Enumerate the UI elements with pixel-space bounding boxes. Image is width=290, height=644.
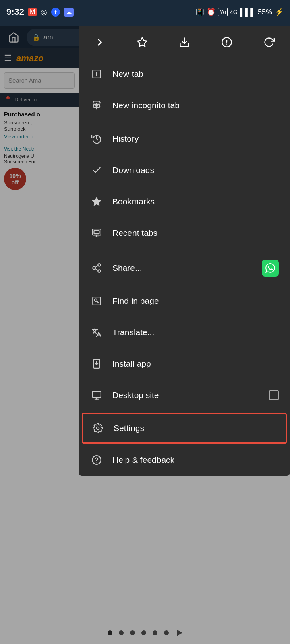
desktop-checkbox-extra: [269, 390, 279, 400]
menu-item-help-feedback[interactable]: Help & feedback: [79, 444, 290, 476]
svg-line-19: [95, 266, 98, 267]
translate-icon: [90, 326, 104, 339]
svg-point-8: [93, 105, 96, 108]
recent-tabs-icon: [90, 226, 104, 240]
download-button[interactable]: [174, 32, 195, 53]
desktop-site-checkbox[interactable]: [269, 390, 279, 400]
battery-display: 55%: [258, 8, 272, 17]
bluetooth-icon: ⬆: [51, 8, 60, 17]
svg-point-21: [95, 299, 97, 302]
menu-item-translate[interactable]: Translate...: [79, 317, 290, 348]
forward-button[interactable]: [89, 32, 110, 53]
help-feedback-label: Help & feedback: [112, 455, 279, 465]
find-in-page-label: Find in page: [112, 296, 279, 306]
menu-item-share[interactable]: Share...: [79, 251, 290, 285]
new-tab-icon: [90, 67, 104, 81]
history-icon: [90, 132, 104, 146]
dropdown-menu: New tab New incognito tab History: [79, 58, 290, 476]
install-icon: [90, 357, 104, 371]
settings-label: Settings: [114, 423, 278, 433]
menu-toolbar: [79, 26, 290, 58]
menu-item-downloads[interactable]: Downloads: [79, 155, 290, 186]
share-icon: [90, 261, 104, 275]
divider-2: [79, 250, 290, 250]
whatsapp-badge[interactable]: [262, 260, 279, 277]
time-display: 9:32: [6, 7, 24, 17]
svg-marker-10: [92, 197, 101, 206]
refresh-button[interactable]: [259, 32, 280, 53]
svg-point-9: [97, 105, 100, 108]
help-icon: [90, 453, 104, 467]
settings-icon: [91, 421, 105, 435]
gmail-icon: M: [28, 8, 37, 16]
menu-item-recent-tabs[interactable]: Recent tabs: [79, 217, 290, 249]
svg-point-28: [97, 427, 99, 430]
status-bar: 9:32 M ◎ ⬆ ☁ 📳 ⏰ Yo 4G ▌▌▌ 55% ⚡: [0, 0, 290, 24]
desktop-icon: [90, 388, 104, 402]
instagram-icon: ◎: [41, 8, 47, 17]
status-right: 📳 ⏰ Yo 4G ▌▌▌ 55% ⚡: [195, 8, 284, 17]
divider-3: [79, 412, 290, 412]
menu-item-incognito[interactable]: New incognito tab: [79, 90, 290, 121]
menu-item-find-in-page[interactable]: Find in page: [79, 285, 290, 317]
signal-icon: ▌▌▌: [240, 8, 255, 17]
charging-icon: ⚡: [275, 8, 284, 17]
vibrate-icon: 📳: [195, 8, 204, 17]
svg-rect-25: [92, 391, 101, 397]
menu-item-history[interactable]: History: [79, 123, 290, 155]
history-label: History: [112, 134, 279, 144]
whatsapp-extra: [262, 260, 279, 277]
cloud-icon: ☁: [64, 8, 74, 17]
menu-item-new-tab[interactable]: New tab: [79, 58, 290, 90]
translate-label: Translate...: [112, 328, 279, 337]
svg-marker-0: [137, 37, 147, 46]
settings-highlight-box: Settings: [82, 413, 287, 444]
find-icon: [90, 294, 104, 308]
divider-1: [79, 122, 290, 122]
downloads-icon: [90, 163, 104, 177]
svg-rect-12: [94, 231, 99, 234]
desktop-site-label: Desktop site: [112, 390, 260, 400]
install-app-label: Install app: [112, 359, 279, 369]
share-label: Share...: [112, 263, 253, 273]
bookmark-button[interactable]: [132, 32, 153, 53]
bookmarks-label: Bookmarks: [112, 197, 279, 206]
recent-tabs-label: Recent tabs: [112, 228, 279, 238]
menu-item-settings[interactable]: Settings: [83, 414, 286, 442]
info-button[interactable]: [216, 32, 237, 53]
incognito-label: New incognito tab: [112, 101, 279, 110]
svg-line-22: [97, 301, 98, 303]
bookmarks-icon: [90, 195, 104, 208]
incognito-icon: [90, 99, 104, 112]
svg-line-18: [95, 269, 98, 270]
menu-item-bookmarks[interactable]: Bookmarks: [79, 186, 290, 217]
menu-item-desktop-site[interactable]: Desktop site: [79, 380, 290, 411]
menu-item-install-app[interactable]: Install app: [79, 348, 290, 380]
new-tab-label: New tab: [112, 69, 279, 79]
lte-icon: Yo: [218, 8, 228, 16]
alarm-icon: ⏰: [207, 8, 215, 17]
network-4g-icon: 4G: [230, 9, 238, 15]
downloads-label: Downloads: [112, 165, 279, 175]
status-left: 9:32 M ◎ ⬆ ☁: [6, 7, 74, 17]
